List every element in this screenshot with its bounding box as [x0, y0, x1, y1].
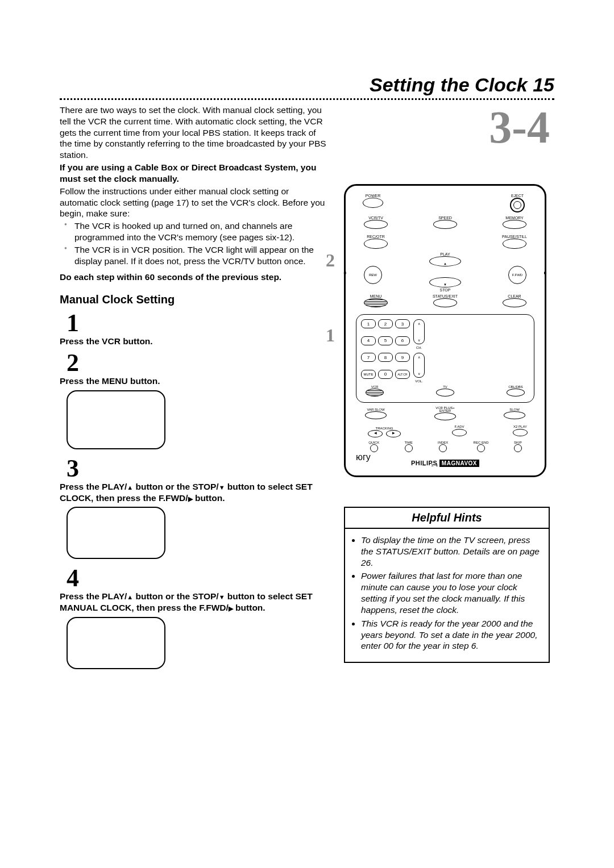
rew-text: REW: [369, 273, 377, 277]
brand-philips: PHILIPS: [411, 460, 437, 466]
step-number-3: 3: [67, 456, 327, 481]
slow-button-icon: [504, 411, 525, 419]
triangle-down-icon: [219, 591, 225, 601]
label-speed: SPEED: [425, 216, 465, 220]
intro-paragraph: There are two ways to set the clock. Wit…: [60, 105, 327, 161]
pause-button-icon: [503, 239, 526, 249]
recend-button-icon: [477, 444, 485, 452]
label-recotr: REC/OTR: [356, 235, 396, 239]
label-fadv: F.ADV: [445, 425, 474, 428]
eject-button-icon: [510, 198, 525, 212]
cbl-button-icon: [507, 389, 525, 397]
step-3b: button or the STOP/: [133, 482, 218, 491]
intro-followup: Follow the instructions under either man…: [60, 186, 327, 219]
label-vcrtv: VCR/TV: [356, 216, 396, 220]
divider: [60, 98, 554, 100]
key-3: 3: [395, 319, 410, 328]
quick-button-icon: [370, 444, 378, 452]
label-menu: MENU: [356, 294, 396, 298]
page-number: 15: [533, 74, 554, 95]
label-memory: MEMORY: [495, 216, 534, 220]
label-clear: CLEAR: [495, 294, 534, 298]
key-altch: ALT.CH: [395, 370, 410, 379]
prerequisite-list: The VCR is hooked up and turned on, and …: [60, 220, 327, 266]
step-3-text: Press the PLAY/ button or the STOP/ butt…: [60, 481, 327, 504]
helpful-hints-box: Helpful Hints To display the time on the…: [344, 507, 550, 663]
step-number-1: 1: [67, 311, 327, 336]
key-4: 4: [361, 336, 376, 345]
triangle-right-icon: ▶: [544, 270, 547, 274]
label-status: STATUS/EXIT: [425, 294, 465, 298]
clear-button-icon: [503, 298, 526, 307]
fadv-button-icon: [452, 429, 467, 436]
step-4d: button.: [233, 603, 265, 612]
label-quick: QUICK: [368, 441, 379, 444]
menu-button-icon: [364, 298, 388, 307]
brand-magnavox: MAGNAVOX: [439, 460, 479, 467]
key-2: 2: [378, 319, 393, 328]
hint-item: To display the time on the TV screen, pr…: [361, 535, 542, 568]
instructions-column: There are two ways to set the clock. Wit…: [60, 105, 327, 676]
step-1-text: Press the VCR button.: [60, 336, 327, 347]
play-button-icon: ▲: [429, 256, 461, 266]
label-eject: EJECT: [500, 194, 534, 198]
tracking-left-icon: ◀: [368, 430, 383, 437]
callout-number-1: 1: [326, 325, 335, 346]
key-6: 6: [395, 336, 410, 345]
step-number-4: 4: [67, 566, 327, 591]
screen-placeholder: [67, 617, 165, 669]
key-5: 5: [378, 336, 393, 345]
section-heading: Manual Clock Setting: [60, 293, 327, 307]
speed-button-icon: [433, 220, 457, 229]
step-number-2: 2: [67, 350, 327, 375]
triangle-right-icon: [229, 603, 233, 612]
label-stop: STOP: [429, 288, 461, 292]
step-4a: Press the PLAY/: [60, 591, 127, 601]
list-item: The VCR is in VCR position. The VCR ligh…: [74, 244, 327, 267]
key-mute: MUTE: [361, 370, 376, 379]
key-7: 7: [361, 353, 376, 362]
step-3a: Press the PLAY/: [60, 482, 127, 491]
tv-button-icon: [436, 389, 454, 397]
warning-text: If you are using a Cable Box or Direct B…: [60, 162, 327, 185]
remote-column: 3-4 2 1 POWER EJECT: [344, 105, 549, 676]
page-title: Setting the Clock 15: [60, 74, 554, 96]
hints-title: Helpful Hints: [345, 508, 549, 529]
triangle-up-icon: [127, 482, 133, 491]
skip-button-icon: [514, 444, 522, 452]
label-index: INDEX: [438, 441, 448, 444]
label-play: PLAY: [429, 252, 461, 256]
ffwd-button-icon: F.FWD: [508, 266, 526, 284]
label-time: TIME: [404, 441, 412, 444]
hint-item: This VCR is ready for the year 2000 and …: [361, 618, 542, 652]
power-button-icon: [363, 198, 383, 208]
label-pause: PAUSE/STILL: [495, 235, 534, 239]
triangle-left-icon: ◀: [343, 270, 346, 274]
list-item: The VCR is hooked up and turned on, and …: [74, 220, 327, 243]
index-button-icon: [439, 444, 447, 452]
memory-button-icon: [503, 220, 526, 229]
rew-button-icon: REW: [364, 266, 382, 284]
triangle-right-icon: [188, 493, 193, 503]
label-slow: SLOW: [495, 408, 534, 411]
label-x2: X2 PLAY: [506, 425, 534, 428]
label-vol: VOL.: [413, 379, 425, 383]
varslow-button-icon: [365, 411, 387, 419]
step-3d: button.: [193, 493, 225, 503]
ffwd-text: F.FWD: [512, 273, 522, 277]
key-1: 1: [361, 319, 376, 328]
label-skip: SKIP: [514, 441, 522, 444]
label-recend: REC END: [474, 441, 489, 444]
step-4b: button or the STOP/: [133, 591, 218, 601]
triangle-down-icon: [219, 482, 225, 491]
tracking-right-icon: ▶: [386, 430, 401, 437]
label-ch: CH.: [413, 346, 425, 349]
status-button-icon: [433, 298, 457, 307]
key-0: 0: [378, 370, 393, 379]
vcrtv-button-icon: [364, 220, 388, 229]
vcrplus-button-icon: [434, 412, 456, 420]
vol-rocker-icon: ∧∨: [413, 353, 425, 378]
step-2-text: Press the MENU button.: [60, 375, 327, 387]
step-range: 3-4: [344, 105, 550, 150]
vcr-button-icon: [366, 389, 384, 397]
